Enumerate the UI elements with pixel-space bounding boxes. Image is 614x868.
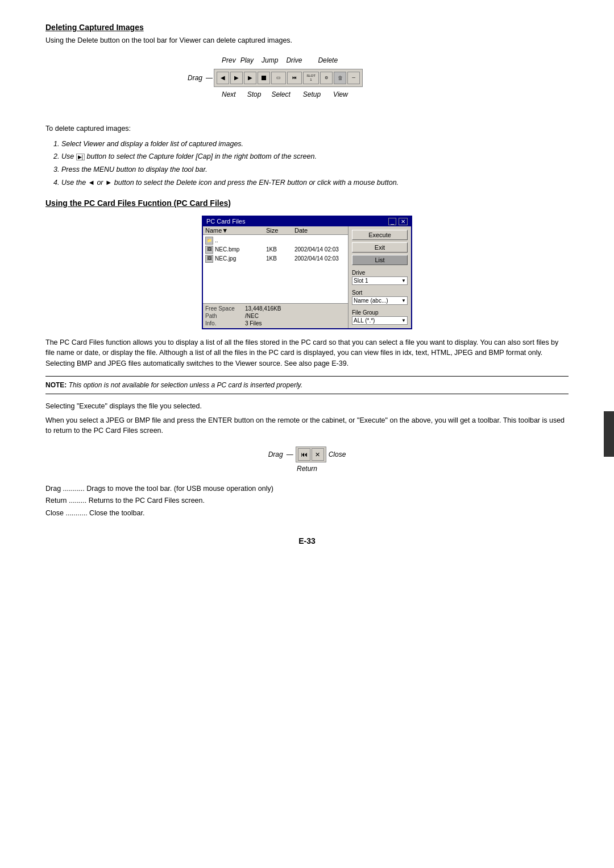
page-number: E-33 bbox=[45, 536, 569, 545]
prev-btn[interactable]: ◀ bbox=[217, 72, 229, 84]
pc-card-dialog: PC Card Files _ ✕ Name▼ Size Date bbox=[202, 216, 412, 329]
small-drag-label: Drag bbox=[268, 450, 283, 458]
pccard-section: Using the PC Card Files Fucntion (PC Car… bbox=[45, 199, 569, 519]
small-close-icon-btn[interactable]: ✕ bbox=[312, 448, 324, 461]
small-toolbar-bar: ⏮ ✕ bbox=[296, 447, 326, 462]
instructions-list: Select Viewer and display a folder list … bbox=[61, 139, 569, 188]
col-size-header: Size bbox=[266, 227, 294, 234]
small-toolbar-wrapper: Drag — ⏮ ✕ Close Return bbox=[222, 447, 392, 473]
minimize-btn[interactable]: _ bbox=[388, 218, 396, 225]
pccard-body: The PC Card Files function allows you to… bbox=[45, 337, 569, 369]
path-row: Path /NEC bbox=[205, 312, 346, 320]
next-btn[interactable]: ▶ bbox=[244, 72, 256, 84]
enter-text: When you select a JPEG or BMP file and p… bbox=[45, 415, 569, 437]
folder-row: 📁 .. bbox=[205, 236, 346, 245]
step-1: Select Viewer and display a folder list … bbox=[61, 139, 569, 150]
dialog-body: Name▼ Size Date 📁 .. bbox=[203, 226, 411, 328]
stop-btn[interactable] bbox=[258, 72, 270, 84]
select-btn[interactable]: ▭ bbox=[271, 72, 286, 84]
toolbar-bottom-labels: Next Stop Select Setup View bbox=[222, 90, 348, 98]
file-row-1[interactable]: 🖼 NEC.bmp 1KB 2002/04/14 02:03 bbox=[205, 245, 346, 254]
stop-icon bbox=[262, 76, 266, 80]
list-btn[interactable]: List bbox=[352, 255, 408, 265]
col-date-header: Date bbox=[294, 227, 346, 234]
delete-icon: 🗑 bbox=[338, 75, 343, 81]
drag-arrow-icon: — bbox=[206, 74, 213, 82]
info-row: Info. 3 Files bbox=[205, 320, 346, 327]
file-list-header: Name▼ Size Date bbox=[203, 226, 348, 235]
play-icon: ▶ bbox=[234, 75, 239, 81]
step-3: Press the MENU button to display the too… bbox=[61, 164, 569, 175]
deleting-intro: Using the Delete button on the tool bar … bbox=[45, 35, 569, 46]
pc-card-dialog-wrapper: PC Card Files _ ✕ Name▼ Size Date bbox=[199, 216, 415, 329]
view-btn[interactable]: ─ bbox=[347, 72, 360, 84]
pc-card-titlebar: PC Card Files _ ✕ bbox=[203, 217, 411, 226]
legend-close: Close ........... Close the toolbar. bbox=[45, 507, 569, 519]
drive-group: Drive Slot 1 ▼ bbox=[352, 270, 408, 285]
slot-icon: SLOT1 bbox=[306, 74, 316, 81]
close-btn-dialog[interactable]: ✕ bbox=[399, 218, 408, 225]
label-prev: Prev bbox=[222, 56, 236, 64]
toolbar-buttons-row: Drag — ◀ ▶ ▶ bbox=[188, 69, 363, 87]
filegroup-group: File Group ALL (*.*) ▼ bbox=[352, 309, 408, 325]
exit-btn[interactable]: Exit bbox=[352, 242, 408, 253]
sort-select[interactable]: Name (abc...) ▼ bbox=[352, 296, 408, 305]
file-list-body: 📁 .. 🖼 NEC.bmp 1KB 2002/04/14 02:03 bbox=[203, 235, 348, 303]
file-icon-1: 🖼 bbox=[205, 246, 213, 254]
to-delete-text: To delete captured images: bbox=[45, 123, 569, 134]
execute-btn[interactable]: Execute bbox=[352, 230, 408, 240]
filegroup-select[interactable]: ALL (*.*) ▼ bbox=[352, 316, 408, 325]
jump-btn[interactable]: ⏮ bbox=[287, 72, 302, 84]
drive-btn[interactable]: SLOT1 bbox=[303, 72, 319, 84]
setup-btn[interactable]: ⚙ bbox=[320, 72, 333, 84]
small-toolbar-row: Drag — ⏮ ✕ Close bbox=[222, 447, 392, 462]
label-setup: Setup bbox=[303, 90, 321, 98]
deleting-section: Deleting Captured Images Using the Delet… bbox=[45, 23, 569, 188]
small-return-label: Return bbox=[222, 465, 392, 473]
drive-label: Drive bbox=[352, 270, 408, 276]
sort-label: Sort bbox=[352, 290, 408, 296]
execute-text: Selecting "Execute" displays the file yo… bbox=[45, 401, 569, 412]
jump-icon: ⏮ bbox=[292, 75, 297, 80]
file-list-panel: Name▼ Size Date 📁 .. bbox=[203, 226, 349, 328]
drive-select[interactable]: Slot 1 ▼ bbox=[352, 276, 408, 285]
legend-return: Return ......... Returns to the PC Card … bbox=[45, 495, 569, 507]
label-next: Next bbox=[222, 90, 236, 98]
col-name-header: Name▼ bbox=[205, 227, 266, 234]
file-row-2[interactable]: 🖼 NEC.jpg 1KB 2002/04/14 02:03 bbox=[205, 254, 346, 263]
sort-arrow: ▼ bbox=[401, 298, 406, 303]
label-stop: Stop bbox=[247, 90, 262, 98]
small-return-btn[interactable]: ⏮ bbox=[298, 448, 310, 461]
pc-card-controls: Execute Exit List Drive Slot 1 ▼ Sort Na bbox=[349, 226, 411, 328]
label-drive: Drive bbox=[286, 56, 302, 64]
pccard-title: Using the PC Card Files Fucntion (PC Car… bbox=[45, 199, 569, 208]
toolbar-bar: ◀ ▶ ▶ ▭ ⏮ bbox=[214, 69, 363, 87]
right-tab bbox=[604, 411, 614, 457]
small-return-icon: ⏮ bbox=[301, 450, 308, 458]
delete-btn[interactable]: 🗑 bbox=[334, 72, 346, 84]
next-icon: ▶ bbox=[248, 75, 252, 81]
folder-icon: 📁 bbox=[205, 237, 213, 245]
deleting-title: Deleting Captured Images bbox=[45, 23, 569, 32]
toolbar-top-labels: Prev Play Jump Drive Delete bbox=[222, 56, 338, 64]
small-drag-arrow: — bbox=[287, 450, 293, 458]
drag-label: Drag bbox=[188, 74, 202, 82]
label-play: Play bbox=[240, 56, 254, 64]
prev-icon: ◀ bbox=[221, 75, 225, 81]
note-text: NOTE: This option is not available for s… bbox=[45, 380, 569, 390]
label-select: Select bbox=[271, 90, 290, 98]
step-4: Use the ◄ or ► button to select the Dele… bbox=[61, 177, 569, 188]
label-view: View bbox=[333, 90, 348, 98]
view-icon: ─ bbox=[352, 75, 355, 80]
freespace-row: Free Space 13,448,416KB bbox=[205, 305, 346, 312]
dialog-title: PC Card Files bbox=[206, 218, 245, 225]
label-delete: Delete bbox=[318, 56, 338, 64]
filegroup-label: File Group bbox=[352, 309, 408, 316]
note-box: NOTE: This option is not available for s… bbox=[45, 376, 569, 394]
pc-card-footer: Free Space 13,448,416KB Path /NEC Info. … bbox=[203, 303, 348, 328]
play-btn[interactable]: ▶ bbox=[230, 72, 243, 84]
label-jump: Jump bbox=[262, 56, 278, 64]
legend: Drag ........... Drags to move the tool … bbox=[45, 483, 569, 519]
step-2: Use ▶| button to select the Capture fold… bbox=[61, 151, 569, 162]
sort-group: Sort Name (abc...) ▼ bbox=[352, 290, 408, 305]
